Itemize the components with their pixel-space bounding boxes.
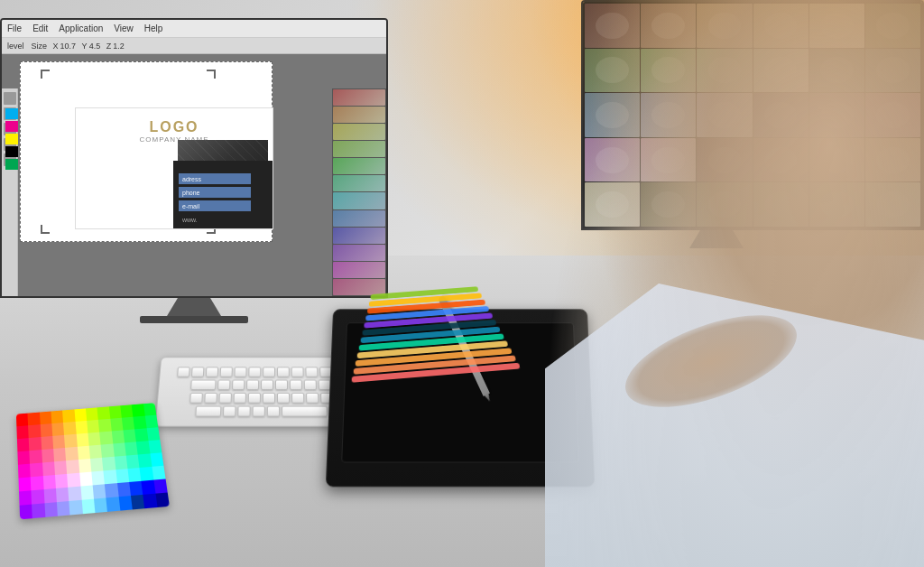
key-spacebar[interactable] — [282, 405, 328, 416]
swatch-cell[interactable] — [62, 409, 75, 423]
thumbnail-item[interactable] — [333, 262, 385, 278]
key[interactable] — [206, 367, 218, 376]
thumbnail-item[interactable] — [333, 141, 385, 157]
swatch-cell[interactable] — [41, 436, 53, 450]
swatch-cell[interactable] — [144, 415, 158, 429]
key[interactable] — [263, 367, 275, 376]
swatch-cell[interactable] — [51, 410, 63, 423]
swatch-cell[interactable] — [66, 460, 79, 474]
key[interactable] — [291, 367, 304, 376]
swatch-cell[interactable] — [143, 403, 157, 415]
menu-file[interactable]: File — [7, 23, 22, 33]
key[interactable] — [246, 379, 259, 389]
key[interactable] — [275, 379, 288, 389]
key[interactable] — [237, 405, 250, 416]
swatch-cell[interactable] — [155, 492, 170, 507]
key[interactable] — [248, 367, 261, 376]
swatch-cell[interactable] — [16, 414, 29, 427]
swatch-cell[interactable] — [40, 423, 52, 437]
swatch-cell[interactable] — [43, 488, 57, 503]
key[interactable] — [223, 405, 236, 416]
key[interactable] — [204, 392, 217, 403]
menu-application[interactable]: Application — [59, 23, 103, 33]
swatch-cell[interactable] — [28, 424, 41, 438]
swatch-cell[interactable] — [91, 470, 105, 485]
swatch-cell[interactable] — [17, 451, 30, 465]
swatch-cell[interactable] — [80, 485, 94, 499]
swatch-cell[interactable] — [87, 420, 99, 433]
key[interactable] — [189, 392, 203, 403]
key[interactable] — [191, 367, 204, 376]
swatch-cell[interactable] — [79, 459, 92, 473]
swatch-cell[interactable] — [74, 408, 87, 422]
swatch-cell[interactable] — [152, 466, 165, 480]
design-canvas[interactable]: LOGO COMPANY NAME adress phone — [20, 61, 273, 242]
swatch-cell[interactable] — [40, 412, 52, 425]
swatch-cell[interactable] — [19, 490, 32, 505]
swatch-cell[interactable] — [16, 425, 29, 439]
menu-view[interactable]: View — [114, 23, 134, 33]
swatch-cell[interactable] — [150, 452, 163, 467]
thumbnail-item[interactable] — [333, 89, 385, 106]
key[interactable] — [305, 367, 318, 376]
swatch-cell[interactable] — [31, 476, 43, 490]
swatch-cell[interactable] — [28, 413, 41, 426]
menu-help[interactable]: Help — [144, 23, 163, 33]
swatch-cell[interactable] — [75, 421, 88, 434]
swatch-cell[interactable] — [54, 460, 67, 475]
key[interactable] — [220, 367, 233, 376]
swatch-cell[interactable] — [64, 434, 77, 448]
swatch-cell[interactable] — [67, 473, 80, 488]
swatch-cell[interactable] — [55, 474, 69, 488]
tool-select[interactable] — [4, 92, 16, 105]
key[interactable] — [267, 405, 280, 416]
key[interactable] — [263, 392, 275, 403]
swatch-cell[interactable] — [79, 472, 93, 487]
swatch-cell[interactable] — [18, 477, 31, 491]
swatch-cell[interactable] — [56, 488, 69, 502]
swatch-cell[interactable] — [148, 440, 162, 453]
key[interactable] — [277, 367, 290, 376]
swatch-cell[interactable] — [17, 438, 30, 451]
key[interactable] — [232, 379, 245, 389]
swatch-cell[interactable] — [81, 499, 95, 515]
thumbnail-item[interactable] — [333, 158, 385, 174]
swatch-cell[interactable] — [90, 458, 104, 472]
swatch-cell[interactable] — [43, 475, 56, 489]
menu-edit[interactable]: Edit — [32, 23, 48, 33]
swatch-cell[interactable] — [63, 422, 76, 435]
swatch-cell[interactable] — [30, 450, 42, 464]
swatch-cell[interactable] — [44, 502, 58, 517]
swatch-cell[interactable] — [88, 432, 100, 446]
key-shift-left[interactable] — [195, 405, 221, 416]
swatch-cell[interactable] — [42, 449, 54, 462]
key[interactable] — [234, 367, 246, 376]
swatch-cell[interactable] — [53, 448, 66, 461]
key[interactable] — [217, 379, 230, 389]
thumbnail-item[interactable] — [333, 107, 385, 123]
swatch-cell[interactable] — [29, 437, 42, 451]
key[interactable] — [277, 392, 290, 403]
swatch-cell[interactable] — [30, 463, 42, 478]
thumbnail-item[interactable] — [333, 228, 385, 244]
thumbnail-item[interactable] — [333, 192, 385, 209]
swatch-cell[interactable] — [65, 447, 78, 460]
swatch-cell[interactable] — [20, 505, 33, 520]
swatch-cell[interactable] — [52, 435, 65, 449]
key[interactable] — [253, 405, 265, 416]
swatch-cell[interactable] — [42, 461, 55, 476]
thumbnail-item[interactable] — [333, 124, 385, 140]
swatch-cell[interactable] — [69, 500, 83, 516]
toolbar[interactable]: level Size X 10.7 Y 4.5 Z 1.2 — [2, 38, 386, 54]
key[interactable] — [290, 379, 302, 389]
thumbnails-panel[interactable] — [332, 88, 386, 296]
thumbnail-item[interactable] — [333, 245, 385, 261]
key[interactable] — [261, 379, 273, 389]
swatch-cell[interactable] — [32, 489, 44, 504]
key-tab[interactable] — [190, 379, 216, 389]
color-swatches-book[interactable] — [16, 403, 170, 519]
key[interactable] — [234, 392, 246, 403]
swatch-cell[interactable] — [51, 423, 64, 436]
thumbnail-item[interactable] — [333, 279, 385, 295]
key[interactable] — [218, 392, 231, 403]
